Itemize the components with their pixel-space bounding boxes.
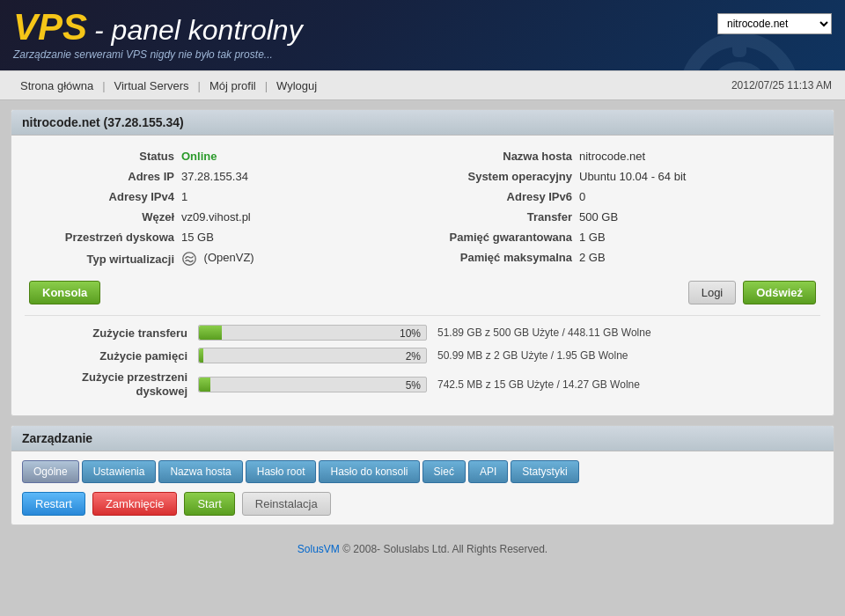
tab-ustawienia[interactable]: Ustawienia xyxy=(82,460,157,483)
info-row-os: System operacyjny Ubuntu 10.04 - 64 bit xyxy=(431,166,812,187)
nav-sep-1: | xyxy=(100,79,107,92)
usage-row-pamiec: Zużycie pamięci 2% 50.99 MB z 2 GB Użyte… xyxy=(25,348,820,363)
server-action-row: Konsola Logi Odśwież xyxy=(25,281,820,304)
usage-bar-text-transfer: 10% xyxy=(400,326,421,341)
server-selector[interactable]: nitrocode.net xyxy=(717,13,832,34)
nav-sep-2: | xyxy=(196,79,202,92)
openvz-icon xyxy=(181,251,197,267)
usage-bar-text-pamiec: 2% xyxy=(406,348,421,364)
label-ram-gwar: Pamięć gwarantowana xyxy=(431,231,572,244)
usage-bar-text-dysk: 5% xyxy=(406,378,421,393)
info-col-right: Nazwa hosta nitrocode.net System operacy… xyxy=(422,146,820,270)
tab-statystyki[interactable]: Statystyki xyxy=(511,460,578,483)
nav-virtual-servers[interactable]: Virtual Servers xyxy=(107,79,196,92)
tab-nazwa-hosta[interactable]: Nazwa hosta xyxy=(158,460,242,483)
zamknij-button[interactable]: Zamknięcie xyxy=(92,492,177,516)
nav-sep-3: | xyxy=(263,79,269,92)
tab-haslo-konsoli[interactable]: Hasło do konsoli xyxy=(319,460,419,483)
value-os: Ubuntu 10.04 - 64 bit xyxy=(579,170,686,183)
value-transfer: 500 GB xyxy=(579,210,618,224)
start-button[interactable]: Start xyxy=(184,492,234,516)
label-virt: Typ wirtualizacji xyxy=(33,253,174,266)
nav-moj-profil[interactable]: Mój profil xyxy=(202,79,263,92)
management-tabs: Ogólne Ustawienia Nazwa hosta Hasło root… xyxy=(22,460,823,483)
nav-links: Strona główna | Virtual Servers | Mój pr… xyxy=(13,79,324,92)
server-info-body: Status Online Adres IP 37.28.155.34 Adre… xyxy=(11,136,834,415)
server-info-title: nitrocode.net (37.28.155.34) xyxy=(11,110,834,136)
tab-siec[interactable]: Sieć xyxy=(422,460,466,483)
svg-point-1 xyxy=(713,66,766,70)
label-status: Status xyxy=(33,150,174,163)
label-hostname: Nazwa hosta xyxy=(431,150,572,163)
usage-row-dysk: Zużycie przestrzenidyskowej 5% 742.5 MB … xyxy=(25,370,820,398)
value-wezel: vz09.vihost.pl xyxy=(181,210,251,224)
usage-bar-transfer: 10% xyxy=(198,325,427,341)
main-content: nitrocode.net (37.28.155.34) Status Onli… xyxy=(11,109,834,525)
navbar: Strona główna | Virtual Servers | Mój pr… xyxy=(0,70,845,100)
label-dysk: Przestrzeń dyskowa xyxy=(33,231,174,244)
label-ipv6: Adresy IPv6 xyxy=(431,190,572,203)
nav-wyloguj[interactable]: Wyloguj xyxy=(269,79,324,92)
management-title: Zarządzanie xyxy=(11,426,834,451)
value-ram-max: 2 GB xyxy=(579,251,606,264)
footer-text: SolusVM © 2008- Soluslabs Ltd. All Right… xyxy=(298,543,547,555)
usage-label-pamiec: Zużycie pamięci xyxy=(25,349,187,363)
footer-solusvm-link[interactable]: SolusVM xyxy=(298,543,340,555)
value-ipv6: 0 xyxy=(579,190,585,203)
value-virt: (OpenVZ) xyxy=(181,251,254,267)
value-ram-gwar: 1 GB xyxy=(579,231,606,244)
footer: SolusVM © 2008- Soluslabs Ltd. All Right… xyxy=(0,534,845,564)
usage-detail-transfer: 51.89 GB z 500 GB Użyte / 448.11 GB Woln… xyxy=(437,326,651,339)
value-adres-ip: 37.28.155.34 xyxy=(181,170,248,183)
odswiez-button[interactable]: Odśwież xyxy=(743,281,816,304)
info-row-hostname: Nazwa hosta nitrocode.net xyxy=(431,146,812,166)
value-ipv4: 1 xyxy=(181,190,187,203)
restart-button[interactable]: Restart xyxy=(22,492,85,516)
info-row-status: Status Online xyxy=(33,146,414,166)
tab-api[interactable]: API xyxy=(468,460,508,483)
label-ipv4: Adresy IPv4 xyxy=(33,190,174,203)
info-grid: Status Online Adres IP 37.28.155.34 Adre… xyxy=(25,146,820,270)
usage-detail-pamiec: 50.99 MB z 2 GB Użyte / 1.95 GB Wolne xyxy=(437,349,628,362)
label-ram-max: Pamięć maksymalna xyxy=(431,251,572,264)
reinstal-button[interactable]: Reinstalacja xyxy=(242,492,331,516)
value-dysk: 15 GB xyxy=(181,231,214,244)
usage-bar-fill-dysk xyxy=(199,378,210,392)
konsola-button[interactable]: Konsola xyxy=(29,281,100,304)
usage-section: Zużycie transferu 10% 51.89 GB z 500 GB … xyxy=(25,315,820,398)
usage-detail-dysk: 742.5 MB z 15 GB Użyte / 14.27 GB Wolne xyxy=(437,378,640,391)
info-row-virt: Typ wirtualizacji (OpenVZ) xyxy=(33,247,414,270)
usage-bar-fill-transfer xyxy=(199,326,222,340)
datetime: 2012/07/25 11:13 AM xyxy=(731,79,832,92)
info-row-ipv4: Adresy IPv4 1 xyxy=(33,187,414,207)
mgmt-actions: Restart Zamknięcie Start Reinstalacja xyxy=(22,492,823,516)
usage-bar-dysk: 5% xyxy=(198,377,427,392)
tab-ogolne[interactable]: Ogólne xyxy=(22,460,79,483)
info-row-ip: Adres IP 37.28.155.34 xyxy=(33,166,414,187)
info-row-ram-gwar: Pamięć gwarantowana 1 GB xyxy=(431,227,812,247)
svg-point-8 xyxy=(183,253,195,265)
label-adres-ip: Adres IP xyxy=(33,170,174,183)
info-row-dysk: Przestrzeń dyskowa 15 GB xyxy=(33,227,414,247)
header: VPS - panel kontrolny Zarządzanie serwer… xyxy=(0,0,845,70)
info-row-ipv6: Adresy IPv6 0 xyxy=(431,187,812,207)
nav-strona-glowna[interactable]: Strona główna xyxy=(13,79,100,92)
tab-haslo-root[interactable]: Hasło root xyxy=(246,460,317,483)
value-status: Online xyxy=(181,150,217,163)
label-transfer: Transfer xyxy=(431,210,572,224)
value-hostname: nitrocode.net xyxy=(579,150,645,163)
usage-bar-fill-pamiec xyxy=(199,348,203,363)
management-body: Ogólne Ustawienia Nazwa hosta Hasło root… xyxy=(11,451,834,524)
info-row-ram-max: Pamięć maksymalna 2 GB xyxy=(431,247,812,268)
info-row-transfer: Transfer 500 GB xyxy=(431,207,812,227)
info-row-wezel: Węzeł vz09.vihost.pl xyxy=(33,207,414,227)
right-buttons: Logi Odśwież xyxy=(688,281,816,304)
management-card: Zarządzanie Ogólne Ustawienia Nazwa host… xyxy=(11,425,834,525)
usage-label-dysk: Zużycie przestrzenidyskowej xyxy=(25,370,187,398)
info-col-left: Status Online Adres IP 37.28.155.34 Adre… xyxy=(25,146,422,270)
logi-button[interactable]: Logi xyxy=(688,281,737,304)
server-select-dropdown[interactable]: nitrocode.net xyxy=(717,13,832,34)
label-os: System operacyjny xyxy=(431,170,572,183)
label-wezel: Węzeł xyxy=(33,210,174,224)
usage-label-transfer: Zużycie transferu xyxy=(25,326,187,340)
